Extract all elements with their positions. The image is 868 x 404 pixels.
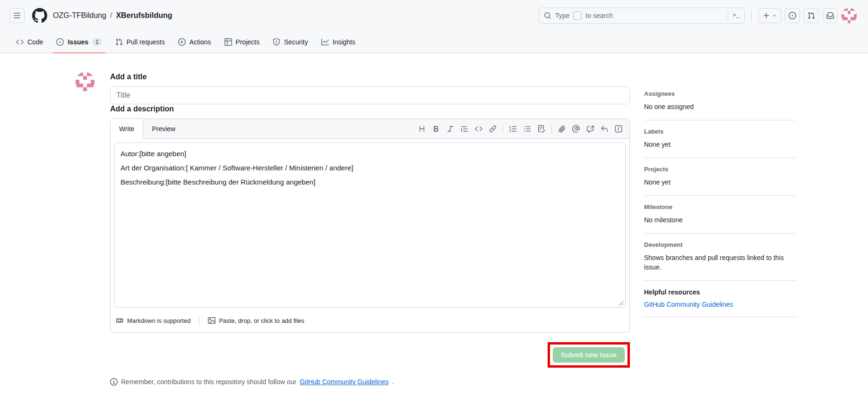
tab-label: Insights <box>333 38 355 46</box>
hamburger-icon <box>13 12 21 19</box>
sidebar-section-labels: Labels None yet <box>644 128 796 150</box>
community-guidelines-link[interactable]: GitHub Community Guidelines <box>300 378 388 386</box>
tab-insights[interactable]: Insights <box>317 31 360 53</box>
quote-button[interactable] <box>457 121 472 136</box>
tab-label: Pull requests <box>127 38 165 46</box>
app-header: OZG-TFBildung / XBerufsbildung Type to s… <box>0 0 868 31</box>
mention-button[interactable] <box>569 121 583 136</box>
paste-files-button[interactable]: Paste, drop, or click to add files <box>208 317 304 324</box>
tasklist-button[interactable] <box>534 121 549 136</box>
description-heading: Add a description <box>110 104 630 114</box>
quote-icon <box>461 125 468 133</box>
inbox-button[interactable] <box>823 8 838 23</box>
link-button[interactable] <box>486 121 500 136</box>
bold-icon <box>432 125 440 133</box>
section-value: None yet <box>644 140 796 149</box>
sidebar-section-projects: Projects None yet <box>644 166 796 188</box>
tab-label: Security <box>284 38 308 46</box>
editor-footer: Markdown is supported Paste, drop, or cl… <box>111 311 629 332</box>
submit-new-issue-button[interactable]: Submit new issue <box>553 347 625 362</box>
highlight-box: Submit new issue <box>548 342 630 368</box>
command-palette-icon[interactable]: >_ <box>728 11 739 20</box>
italic-button[interactable] <box>443 121 457 136</box>
search-icon <box>544 12 551 19</box>
sidebar-divider <box>644 120 796 120</box>
search-placeholder-prefix: Type <box>555 12 569 19</box>
repo-tab-nav: Code Issues 1 Pull requests Actions Pr <box>0 31 868 53</box>
sidebar-section-assignees: Assignees No one assigned <box>644 90 796 112</box>
resize-grip[interactable] <box>619 301 624 306</box>
breadcrumb: OZG-TFBildung / XBerufsbildung <box>53 11 172 20</box>
pull-requests-button[interactable] <box>804 8 819 23</box>
sidebar-section-milestone: Milestone No milestone <box>644 203 796 226</box>
slash-key-hint <box>573 11 582 20</box>
sidebar-divider <box>644 317 796 317</box>
paste-note-label: Paste, drop, or click to add files <box>219 317 304 324</box>
section-label: Projects <box>644 166 796 173</box>
tab-label: Issues <box>68 38 88 46</box>
sidebar-divider <box>644 233 796 234</box>
sidebar-divider <box>644 158 796 158</box>
github-logo-icon[interactable] <box>32 8 47 23</box>
footer-divider <box>199 315 199 326</box>
slash-command-icon <box>615 125 622 133</box>
heading-button[interactable] <box>415 121 429 136</box>
code-button[interactable] <box>472 121 486 136</box>
issue-body-textarea[interactable]: Autor:[bitte angeben] Art der Organisati… <box>114 143 626 308</box>
slash-commands-button[interactable] <box>611 121 626 136</box>
section-value: No one assigned <box>644 102 796 111</box>
cross-reference-icon <box>586 125 594 133</box>
top-chrome: OZG-TFBildung / XBerufsbildung Type to s… <box>0 0 868 53</box>
code-icon <box>16 38 24 46</box>
issues-count-badge: 1 <box>92 38 102 46</box>
create-new-button[interactable] <box>758 8 781 23</box>
list-unordered-icon <box>524 125 531 133</box>
attach-file-button[interactable] <box>555 121 569 136</box>
breadcrumb-owner-link[interactable]: OZG-TFBildung <box>53 11 106 20</box>
tab-issues[interactable]: Issues 1 <box>52 31 106 53</box>
tab-label: Actions <box>189 38 211 46</box>
ordered-list-button[interactable] <box>506 121 520 136</box>
search-placeholder-suffix: to search <box>585 12 613 19</box>
tab-code[interactable]: Code <box>11 31 48 53</box>
cross-reference-button[interactable] <box>583 121 597 136</box>
issue-opened-icon <box>789 12 796 19</box>
graph-icon <box>321 38 329 46</box>
heading-icon <box>418 125 426 133</box>
image-icon <box>208 317 215 324</box>
tab-projects[interactable]: Projects <box>220 31 265 53</box>
search-input[interactable]: Type to search >_ <box>539 8 745 24</box>
tab-write[interactable]: Write <box>111 119 143 139</box>
tab-label: Code <box>27 38 43 46</box>
section-label: Milestone <box>644 203 796 210</box>
link-icon <box>489 125 497 133</box>
sidebar-divider <box>644 195 796 196</box>
contribution-note: Remember, contributions to this reposito… <box>110 378 630 386</box>
bold-button[interactable] <box>429 121 443 136</box>
markdown-supported-link[interactable]: Markdown is supported <box>115 317 190 324</box>
chevron-down-icon <box>772 13 777 18</box>
sidebar-section-development: Development Shows branches and pull requ… <box>644 241 796 273</box>
mention-icon <box>572 125 580 133</box>
toolbar-divider <box>551 124 552 134</box>
note-period: . <box>392 378 394 386</box>
issues-dashboard-button[interactable] <box>785 8 800 23</box>
tab-label: Projects <box>236 38 260 46</box>
tab-pull-requests[interactable]: Pull requests <box>111 31 170 53</box>
git-pull-request-icon <box>808 12 815 19</box>
section-label: Labels <box>644 128 796 135</box>
user-avatar[interactable] <box>842 8 857 23</box>
hamburger-menu-button[interactable] <box>9 8 25 23</box>
title-input[interactable] <box>110 86 630 104</box>
editor-body: Autor:[bitte angeben] Art der Organisati… <box>111 139 629 311</box>
italic-icon <box>447 125 454 133</box>
tab-actions[interactable]: Actions <box>173 31 216 53</box>
tab-security[interactable]: Security <box>268 31 313 53</box>
note-text: Remember, contributions to this reposito… <box>121 378 296 386</box>
saved-replies-button[interactable] <box>597 121 611 136</box>
unordered-list-button[interactable] <box>520 121 534 136</box>
community-guidelines-sidebar-link[interactable]: GitHub Community Guidelines <box>644 301 796 308</box>
tab-preview[interactable]: Preview <box>143 119 184 138</box>
breadcrumb-repo-link[interactable]: XBerufsbildung <box>116 11 172 20</box>
git-pull-request-icon <box>115 38 123 46</box>
